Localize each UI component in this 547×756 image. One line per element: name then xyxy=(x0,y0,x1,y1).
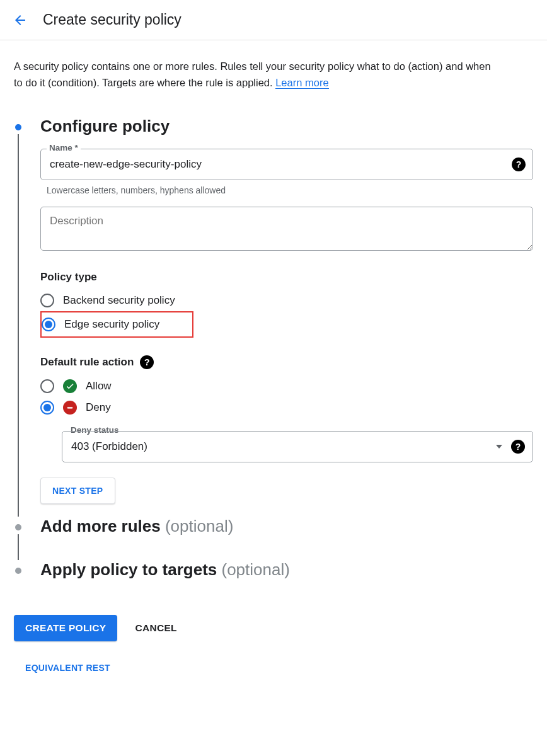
next-step-button[interactable]: NEXT STEP xyxy=(40,478,115,504)
radio-icon xyxy=(42,318,55,331)
cancel-button[interactable]: CANCEL xyxy=(135,622,176,634)
learn-more-link[interactable]: Learn more xyxy=(275,77,328,89)
step-title-apply-targets[interactable]: Apply policy to targets (optional) xyxy=(40,560,533,580)
name-hint: Lowercase letters, numbers, hyphens allo… xyxy=(47,185,533,195)
back-arrow-icon[interactable] xyxy=(13,13,28,28)
name-label: Name * xyxy=(47,143,81,152)
intro-text: A security policy contains one or more r… xyxy=(14,58,493,91)
header: Create security policy xyxy=(0,0,547,40)
deny-status-dropdown[interactable]: 403 (Forbidden) ? xyxy=(62,431,533,462)
radio-icon xyxy=(40,401,54,415)
svg-rect-0 xyxy=(67,407,72,408)
policy-type-backend[interactable]: Backend security policy xyxy=(40,290,533,311)
radio-icon xyxy=(40,294,54,307)
step-bullet-add-rules xyxy=(15,524,21,530)
radio-icon xyxy=(40,379,54,393)
equivalent-rest-link[interactable]: EQUIVALENT REST xyxy=(25,663,110,673)
name-input[interactable] xyxy=(40,149,533,180)
help-icon[interactable]: ? xyxy=(140,355,154,369)
help-icon[interactable]: ? xyxy=(512,158,526,171)
policy-type-label: Policy type xyxy=(40,271,533,284)
step-title-add-rules[interactable]: Add more rules (optional) xyxy=(40,517,533,536)
step-bullet-configure xyxy=(15,124,21,130)
step-title-configure: Configure policy xyxy=(40,117,533,136)
default-action-deny[interactable]: Deny xyxy=(40,397,533,418)
help-icon[interactable]: ? xyxy=(511,440,525,454)
create-policy-button[interactable]: CREATE POLICY xyxy=(14,615,117,641)
page-title: Create security policy xyxy=(43,11,181,28)
policy-type-edge[interactable]: Edge security policy xyxy=(42,314,159,335)
default-action-label: Default rule action ? xyxy=(40,355,533,369)
minus-icon xyxy=(63,401,77,415)
step-bullet-apply-targets xyxy=(15,568,21,574)
check-icon xyxy=(63,379,77,393)
description-input[interactable] xyxy=(40,207,533,251)
highlight-edge-option: Edge security policy xyxy=(40,311,193,338)
default-action-allow[interactable]: Allow xyxy=(40,375,533,397)
chevron-down-icon xyxy=(496,445,502,449)
